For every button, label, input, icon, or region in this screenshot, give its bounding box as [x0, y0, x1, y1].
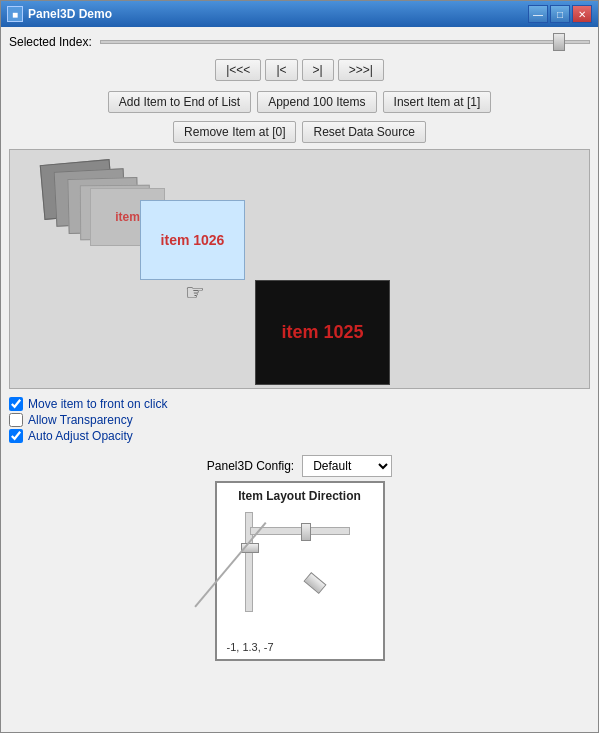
title-bar-left: ■ Panel3D Demo [7, 6, 112, 22]
nav-last-button[interactable]: >>>| [338, 59, 384, 81]
nav-first-button[interactable]: |<<< [215, 59, 261, 81]
minimize-button[interactable]: — [528, 5, 548, 23]
front-card-text: item 1026 [161, 232, 225, 248]
auto-opacity-row: Auto Adjust Opacity [9, 429, 590, 443]
selected-index-row: Selected Index: [9, 35, 590, 49]
allow-transparency-row: Allow Transparency [9, 413, 590, 427]
move-front-label: Move item to front on click [28, 397, 167, 411]
window-title: Panel3D Demo [28, 7, 112, 21]
panel3d-area: item item 1026 ☞ item 1025 [9, 149, 590, 389]
reset-datasource-button[interactable]: Reset Data Source [302, 121, 425, 143]
diagonal-slider-thumb[interactable] [303, 572, 326, 594]
item-layout-box: Item Layout Direction -1, 1.3, -7 [215, 481, 385, 661]
config-label: Panel3D Config: [207, 459, 294, 473]
move-front-row: Move item to front on click [9, 397, 590, 411]
allow-transparency-checkbox[interactable] [9, 413, 23, 427]
auto-opacity-checkbox[interactable] [9, 429, 23, 443]
title-buttons: — □ ✕ [528, 5, 592, 23]
config-select[interactable]: Default Custom Flat Deep [302, 455, 392, 477]
title-bar: ■ Panel3D Demo — □ ✕ [1, 1, 598, 27]
insert-item-button[interactable]: Insert Item at [1] [383, 91, 492, 113]
front-card: item 1026 [140, 200, 245, 280]
diagonal-line [194, 522, 266, 608]
maximize-button[interactable]: □ [550, 5, 570, 23]
selected-index-slider[interactable] [100, 40, 590, 44]
nav-row: |<<< |< >| >>>| [9, 59, 590, 81]
move-front-checkbox[interactable] [9, 397, 23, 411]
dark-card: item 1025 [255, 280, 390, 385]
main-window: ■ Panel3D Demo — □ ✕ Selected Index: |<<… [0, 0, 599, 733]
horizontal-slider-thumb[interactable] [301, 523, 311, 541]
buttons-row2: Remove Item at [0] Reset Data Source [9, 121, 590, 143]
buttons-row1: Add Item to End of List Append 100 Items… [9, 91, 590, 113]
item-layout-title: Item Layout Direction [238, 489, 361, 503]
append-100-button[interactable]: Append 100 Items [257, 91, 376, 113]
selected-index-label: Selected Index: [9, 35, 92, 49]
config-row: Panel3D Config: Default Custom Flat Deep [9, 455, 590, 477]
auto-opacity-label: Auto Adjust Opacity [28, 429, 133, 443]
dark-card-text: item 1025 [281, 322, 363, 343]
app-icon: ■ [7, 6, 23, 22]
close-button[interactable]: ✕ [572, 5, 592, 23]
coords-label: -1, 1.3, -7 [223, 641, 274, 653]
add-item-button[interactable]: Add Item to End of List [108, 91, 251, 113]
horizontal-slider-track [250, 527, 350, 535]
nav-prev-button[interactable]: |< [265, 59, 297, 81]
slider-container [100, 40, 590, 44]
allow-transparency-label: Allow Transparency [28, 413, 133, 427]
window-body: Selected Index: |<<< |< >| >>>| Add Item… [1, 27, 598, 732]
options-section: Move item to front on click Allow Transp… [9, 397, 590, 443]
remove-item-button[interactable]: Remove Item at [0] [173, 121, 296, 143]
nav-next-button[interactable]: >| [302, 59, 334, 81]
cursor-hand-icon: ☞ [185, 280, 205, 306]
layout-canvas [225, 507, 375, 637]
